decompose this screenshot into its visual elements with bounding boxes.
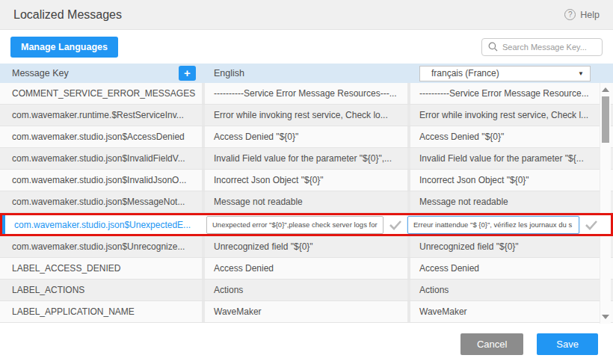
manage-languages-button[interactable]: Manage Languages — [10, 37, 118, 58]
cell-message-key: com.wavemaker.studio.json$InvalidJsonO..… — [0, 175, 202, 185]
cell-english: Unrecognized field "${0}" — [202, 236, 407, 257]
confirm-check-icon-english[interactable] — [383, 220, 407, 230]
vertical-scrollbar[interactable] — [600, 83, 611, 324]
toolbar: Manage Languages — [0, 30, 613, 64]
cell-english: Incorrect Json Object "${0}" — [202, 170, 407, 191]
footer: Cancel Save — [0, 324, 613, 364]
cell-english: Access Denied "${0}" — [202, 126, 407, 147]
title-bar: Localized Messages ? Help — [0, 0, 613, 30]
column-header-language: français (France) ▼ — [407, 66, 591, 81]
cell-english: WaveMaker — [202, 301, 407, 322]
table-row-editing[interactable]: com.wavemaker.studio.json$UnexpectedE... — [0, 213, 613, 236]
help-icon: ? — [564, 9, 576, 20]
cell-message-key: com.wavemaker.studio.json$InvalidFieldV.… — [0, 153, 202, 164]
cell-english: Access Denied — [202, 258, 407, 279]
cell-french: ----------Service Error Message Resource… — [407, 83, 591, 104]
cell-french: Actions — [407, 280, 591, 300]
language-select[interactable]: français (France) ▼ — [419, 66, 591, 81]
cell-message-key-selected: com.wavemaker.studio.json$UnexpectedE... — [2, 220, 202, 230]
cell-english: Message not readable — [202, 191, 407, 212]
cell-english: Error while invoking rest service, Check… — [202, 105, 407, 126]
cell-french: Incorrect Json Object "${0}" — [407, 170, 591, 191]
table-row[interactable]: com.wavemaker.studio.json$InvalidFieldV.… — [0, 148, 613, 170]
table-header: Message Key + English français (France) … — [0, 64, 613, 83]
cell-english: ----------Service Error Message Resource… — [202, 83, 407, 104]
cell-french: Error while invoking rest service, Check… — [407, 105, 591, 126]
cell-french: Access Denied — [407, 258, 591, 279]
add-message-key-button[interactable]: + — [179, 66, 196, 81]
cell-message-key: com.wavemaker.studio.json$Unrecognize... — [0, 241, 202, 252]
scroll-up-icon[interactable] — [602, 87, 609, 92]
table-row[interactable]: LABEL_ACCESS_DENIED Access Denied Access… — [0, 258, 613, 280]
table-body: COMMENT_SERVICE_ERROR_MESSAGES ---------… — [0, 83, 613, 324]
table-row[interactable]: com.wavemaker.runtime.$RestServiceInv...… — [0, 105, 613, 126]
column-header-message-key-label: Message Key — [12, 68, 69, 78]
column-header-message-key: Message Key + — [0, 66, 202, 81]
page-title: Localized Messages — [13, 8, 122, 22]
help-label: Help — [580, 10, 600, 20]
scrollbar-thumb[interactable] — [602, 96, 609, 143]
cell-french: WaveMaker — [407, 301, 591, 322]
chevron-down-icon: ▼ — [578, 70, 584, 77]
table-row[interactable]: com.wavemaker.studio.json$Unrecognize...… — [0, 236, 613, 258]
language-select-value: français (France) — [431, 68, 499, 78]
save-button[interactable]: Save — [537, 333, 598, 355]
help-button[interactable]: ? Help — [564, 9, 600, 20]
table-row[interactable]: com.wavemaker.studio.json$AccessDenied A… — [0, 126, 613, 148]
table-row[interactable]: com.wavemaker.studio.json$InvalidJsonO..… — [0, 170, 613, 191]
english-value-input[interactable] — [206, 216, 383, 234]
search-icon — [488, 42, 498, 52]
cell-english: Invalid Field value for the parameter "$… — [202, 148, 407, 169]
search-box[interactable] — [481, 38, 603, 56]
column-header-english: English — [202, 68, 407, 78]
table-row[interactable]: LABEL_APPLICATION_NAME WaveMaker WaveMak… — [0, 301, 613, 323]
cell-message-key: LABEL_APPLICATION_NAME — [0, 306, 202, 317]
cell-message-key: com.wavemaker.runtime.$RestServiceInv... — [0, 110, 202, 120]
table-row[interactable]: LABEL_ACTIONS Actions Actions — [0, 280, 613, 301]
plus-icon: + — [184, 67, 191, 79]
table-row[interactable]: COMMENT_SERVICE_ERROR_MESSAGES ---------… — [0, 83, 613, 105]
cancel-button[interactable]: Cancel — [460, 333, 523, 355]
cell-message-key: com.wavemaker.studio.json$MessageNot... — [0, 197, 202, 207]
cell-message-key: LABEL_ACTIONS — [0, 285, 202, 295]
cell-english: Actions — [202, 280, 407, 300]
cell-french: Invalid Field value for the parameter "$… — [407, 148, 591, 169]
cell-message-key: COMMENT_SERVICE_ERROR_MESSAGES — [0, 88, 202, 99]
french-value-input[interactable] — [407, 216, 579, 234]
cell-french: Unrecognized field "${0}" — [407, 236, 591, 257]
scroll-down-icon[interactable] — [602, 315, 609, 319]
cell-message-key: LABEL_ACCESS_DENIED — [0, 263, 202, 274]
localized-messages-dialog: Localized Messages ? Help Manage Languag… — [0, 0, 613, 364]
search-input[interactable] — [502, 43, 596, 52]
selected-row-accent-bar — [2, 215, 5, 234]
cell-french: Access Denied "${0}" — [407, 126, 591, 147]
cell-message-key: com.wavemaker.studio.json$AccessDenied — [0, 132, 202, 142]
table-row[interactable]: com.wavemaker.studio.json$MessageNot... … — [0, 191, 613, 213]
confirm-check-icon-french[interactable] — [579, 220, 603, 230]
cell-french: Message not readable — [407, 191, 591, 212]
